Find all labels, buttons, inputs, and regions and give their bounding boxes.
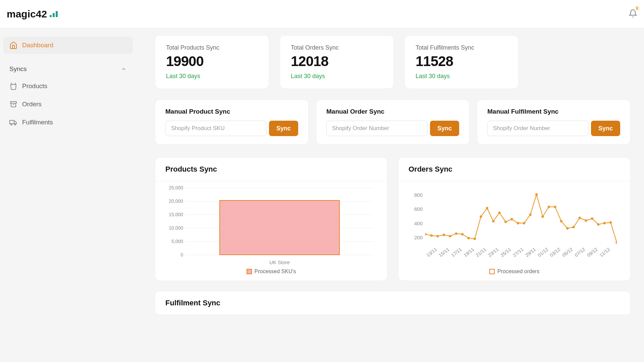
sync-fulfilment-button[interactable]: Sync xyxy=(591,121,620,136)
archive-icon xyxy=(9,100,17,108)
svg-point-26 xyxy=(554,205,556,208)
orders-line-chart: 20040060080013/1115/1117/1119/1121/1123/… xyxy=(425,188,617,265)
svg-point-20 xyxy=(517,222,519,224)
sidebar-item-orders[interactable]: Orders xyxy=(3,96,133,113)
stat-card-fulfilments: Total Fulfilments Sync 11528 Last 30 day… xyxy=(405,35,519,89)
sidebar: Dashboard Syncs Products Orders Fulfilme… xyxy=(0,28,136,362)
svg-point-30 xyxy=(579,217,581,219)
notifications-button[interactable]: 0 xyxy=(629,9,637,19)
stat-sub: Last 30 days xyxy=(291,73,383,80)
legend-swatch-icon xyxy=(247,269,252,274)
brand-text: magic42 xyxy=(7,8,47,20)
card-title: Manual Order Sync xyxy=(326,108,459,115)
svg-point-3 xyxy=(11,124,12,125)
svg-point-10 xyxy=(455,232,457,235)
sidebar-item-fulfilments[interactable]: Fulfilments xyxy=(3,114,133,131)
top-bar: magic42 0 xyxy=(0,0,644,28)
svg-point-19 xyxy=(511,218,513,220)
svg-point-33 xyxy=(597,223,599,226)
svg-point-29 xyxy=(572,226,575,228)
stats-row: Total Products Sync 19900 Last 30 days T… xyxy=(155,35,631,89)
sidebar-item-label: Fulfilments xyxy=(22,119,53,126)
card-title: Manual Fulfilment Sync xyxy=(487,108,620,115)
bag-icon xyxy=(9,82,17,90)
svg-point-8 xyxy=(443,234,445,236)
stat-value: 19900 xyxy=(166,53,258,69)
products-sync-chart-card: Products Sync 05,00010,00015,00020,00025… xyxy=(155,157,387,281)
sidebar-section-syncs[interactable]: Syncs xyxy=(3,55,133,77)
stat-card-products: Total Products Sync 19900 Last 30 days xyxy=(155,35,269,89)
sidebar-item-products[interactable]: Products xyxy=(3,77,133,95)
svg-point-31 xyxy=(585,219,587,222)
fulfilment-sync-chart-card: Fulfilment Sync xyxy=(155,291,631,315)
chart-title: Orders Sync xyxy=(398,158,630,181)
notification-count-badge: 0 xyxy=(634,6,641,11)
svg-point-5 xyxy=(425,233,427,235)
svg-point-9 xyxy=(449,235,451,237)
chart-legend: Processed orders xyxy=(409,268,620,275)
svg-point-22 xyxy=(529,214,531,216)
manual-order-sync-card: Manual Order Sync Sync xyxy=(316,100,470,144)
stat-value: 11528 xyxy=(416,53,507,69)
sidebar-item-label: Dashboard xyxy=(22,42,53,49)
sync-product-button[interactable]: Sync xyxy=(269,121,298,136)
stat-label: Total Fulfilments Sync xyxy=(416,44,507,51)
product-sku-input[interactable] xyxy=(165,121,266,136)
stat-card-orders: Total Orders Sync 12018 Last 30 days xyxy=(280,35,394,89)
main-content: Total Products Sync 19900 Last 30 days T… xyxy=(136,28,644,362)
svg-point-27 xyxy=(560,220,562,222)
svg-rect-0 xyxy=(10,102,16,103)
legend-swatch-icon xyxy=(489,269,495,274)
svg-point-34 xyxy=(603,222,605,224)
svg-point-23 xyxy=(535,193,538,195)
stat-label: Total Products Sync xyxy=(166,44,258,51)
svg-rect-2 xyxy=(10,120,14,124)
svg-point-6 xyxy=(430,234,433,237)
orders-sync-chart-card: Orders Sync 20040060080013/1115/1117/111… xyxy=(398,157,631,281)
svg-point-18 xyxy=(504,221,507,223)
svg-point-36 xyxy=(615,241,617,244)
stat-sub: Last 30 days xyxy=(166,73,258,80)
svg-point-35 xyxy=(609,221,612,224)
sidebar-item-label: Orders xyxy=(22,101,42,108)
brand-logo: magic42 xyxy=(7,8,58,20)
svg-point-25 xyxy=(548,205,550,208)
svg-point-13 xyxy=(474,238,476,240)
stat-label: Total Orders Sync xyxy=(291,44,383,51)
svg-point-14 xyxy=(480,216,482,218)
svg-point-12 xyxy=(467,237,470,239)
brand-mark-icon xyxy=(50,11,58,17)
chart-legend: Processed SKU's xyxy=(165,268,377,275)
chart-title: Products Sync xyxy=(155,158,387,181)
svg-point-7 xyxy=(436,235,439,237)
svg-point-21 xyxy=(523,222,525,224)
truck-icon xyxy=(9,118,17,126)
card-title: Manual Product Sync xyxy=(165,108,298,115)
home-icon xyxy=(9,41,17,49)
sidebar-section-label: Syncs xyxy=(9,65,27,73)
svg-point-24 xyxy=(541,216,544,218)
svg-point-28 xyxy=(566,227,569,230)
legend-label: Processed orders xyxy=(497,268,539,275)
svg-point-16 xyxy=(492,220,494,222)
svg-point-17 xyxy=(498,212,500,214)
stat-sub: Last 30 days xyxy=(416,73,507,80)
manual-product-sync-card: Manual Product Sync Sync xyxy=(155,100,309,144)
svg-point-15 xyxy=(486,207,488,209)
manual-sync-row: Manual Product Sync Sync Manual Order Sy… xyxy=(155,100,631,144)
chart-title: Fulfilment Sync xyxy=(155,291,630,315)
sidebar-item-dashboard[interactable]: Dashboard xyxy=(3,37,133,54)
chevron-up-icon xyxy=(121,66,127,72)
legend-label: Processed SKU's xyxy=(255,268,296,275)
order-number-input[interactable] xyxy=(326,121,427,136)
sidebar-item-label: Products xyxy=(22,82,47,90)
svg-point-11 xyxy=(461,233,464,235)
sync-order-button[interactable]: Sync xyxy=(430,121,459,136)
products-bar-chart: 05,00010,00015,00020,00025,000UK Store xyxy=(185,188,374,265)
svg-point-32 xyxy=(591,217,593,220)
manual-fulfilment-sync-card: Manual Fulfilment Sync Sync xyxy=(477,100,631,144)
fulfilment-order-input[interactable] xyxy=(487,121,588,136)
svg-point-4 xyxy=(14,124,16,125)
chart-row: Products Sync 05,00010,00015,00020,00025… xyxy=(155,157,631,281)
stat-value: 12018 xyxy=(291,53,383,69)
